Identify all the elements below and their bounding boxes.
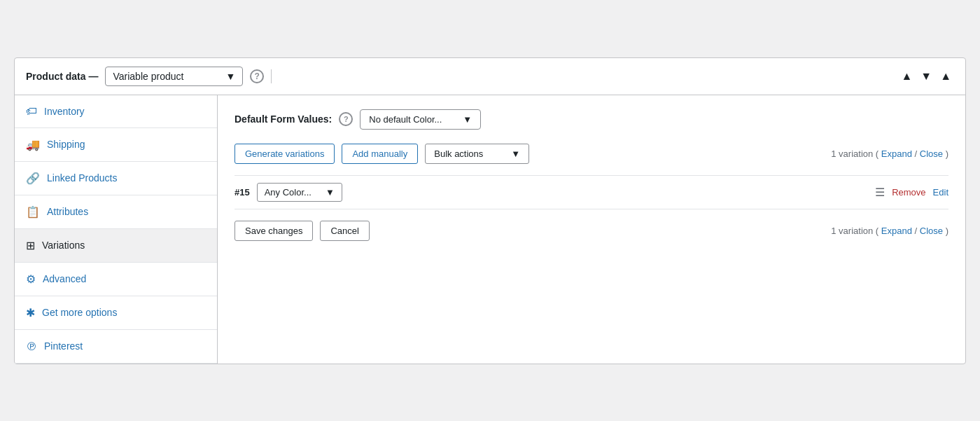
sidebar-item-label: Pinterest (44, 340, 83, 352)
color-select[interactable]: No default Color... ▼ (360, 109, 481, 130)
shipping-icon: 🚚 (26, 138, 40, 151)
sidebar-item-inventory[interactable]: 🏷 Inventory (15, 95, 217, 128)
chevron-down-icon: ▼ (225, 71, 235, 82)
nav-down-button[interactable]: ▼ (918, 69, 934, 84)
cancel-button[interactable]: Cancel (320, 221, 369, 241)
linked-products-icon: 🔗 (26, 172, 40, 185)
variation-id: #15 (234, 187, 250, 198)
close-link-bottom[interactable]: Close (920, 226, 943, 236)
save-bar: Save changes Cancel 1 variation ( Expand… (234, 221, 948, 241)
sidebar-item-pinterest[interactable]: ℗ Pinterest (15, 330, 217, 364)
variation-attr-value: Any Color... (265, 187, 312, 198)
variation-count-bottom: 1 variation ( Expand / Close ) (831, 226, 948, 236)
variation-attr-chevron-icon: ▼ (326, 187, 335, 198)
variation-row: #15 Any Color... ▼ ☰ Remove Edit (234, 175, 948, 209)
attributes-icon: 📋 (26, 205, 40, 219)
bulk-actions-label: Bulk actions (434, 149, 483, 159)
hamburger-icon[interactable]: ☰ (875, 186, 885, 199)
main-content: Default Form Values: ? No default Color.… (218, 95, 965, 364)
sidebar-item-label: Get more options (42, 307, 117, 318)
sidebar-item-label: Attributes (47, 206, 88, 217)
color-select-value: No default Color... (369, 114, 442, 125)
sidebar-item-attributes[interactable]: 📋 Attributes (15, 195, 217, 229)
header-divider (271, 69, 272, 83)
product-type-label: Variable product (113, 71, 183, 82)
default-form-row: Default Form Values: ? No default Color.… (234, 109, 948, 130)
get-more-options-icon: ✱ (26, 306, 35, 319)
sidebar-item-label: Variations (42, 240, 85, 251)
sidebar-item-label: Inventory (44, 106, 85, 117)
default-form-label: Default Form Values: (234, 113, 332, 125)
expand-link-top[interactable]: Expand (881, 149, 912, 159)
pinterest-icon: ℗ (26, 340, 37, 353)
close-link-top[interactable]: Close (920, 149, 943, 159)
product-type-select[interactable]: Variable product ▼ (105, 67, 243, 86)
panel-nav-buttons: ▲ ▼ ▲ (898, 69, 954, 84)
variation-count-top: 1 variation ( Expand / Close ) (831, 149, 948, 159)
expand-link-bottom[interactable]: Expand (881, 226, 912, 236)
variations-toolbar: Generate variations Add manually Bulk ac… (234, 144, 948, 164)
inventory-icon: 🏷 (26, 105, 37, 118)
advanced-icon: ⚙ (26, 272, 36, 286)
sidebar-item-variations[interactable]: ⊞ Variations (15, 229, 217, 263)
sidebar-item-label: Advanced (43, 273, 86, 284)
generate-variations-button[interactable]: Generate variations (234, 144, 335, 164)
help-icon[interactable]: ? (250, 69, 264, 83)
edit-button[interactable]: Edit (933, 187, 948, 198)
product-data-panel: Product data — Variable product ▼ ? ▲ ▼ … (14, 57, 966, 364)
sidebar-item-shipping[interactable]: 🚚 Shipping (15, 128, 217, 162)
sidebar-item-advanced[interactable]: ⚙ Advanced (15, 263, 217, 296)
sidebar-item-label: Shipping (47, 139, 85, 150)
bulk-actions-chevron-icon: ▼ (511, 149, 520, 159)
sidebar-item-get-more-options[interactable]: ✱ Get more options (15, 296, 217, 330)
variations-icon: ⊞ (26, 239, 35, 252)
variation-actions: ☰ Remove Edit (875, 186, 948, 199)
default-form-help-icon[interactable]: ? (339, 112, 353, 126)
add-manually-button[interactable]: Add manually (342, 144, 418, 164)
nav-collapse-button[interactable]: ▲ (937, 69, 954, 84)
panel-title: Product data — (26, 71, 98, 82)
remove-button[interactable]: Remove (892, 187, 925, 198)
bulk-actions-select[interactable]: Bulk actions ▼ (425, 144, 529, 164)
nav-up-button[interactable]: ▲ (898, 69, 915, 84)
save-changes-button[interactable]: Save changes (234, 221, 313, 241)
panel-body: 🏷 Inventory 🚚 Shipping 🔗 Linked Products… (15, 95, 965, 364)
sidebar-item-label: Linked Products (47, 172, 117, 184)
variation-attr-select[interactable]: Any Color... ▼ (257, 183, 342, 202)
sidebar: 🏷 Inventory 🚚 Shipping 🔗 Linked Products… (15, 95, 218, 364)
sidebar-item-linked-products[interactable]: 🔗 Linked Products (15, 162, 217, 195)
color-chevron-icon: ▼ (463, 114, 472, 125)
panel-header: Product data — Variable product ▼ ? ▲ ▼ … (15, 58, 965, 95)
